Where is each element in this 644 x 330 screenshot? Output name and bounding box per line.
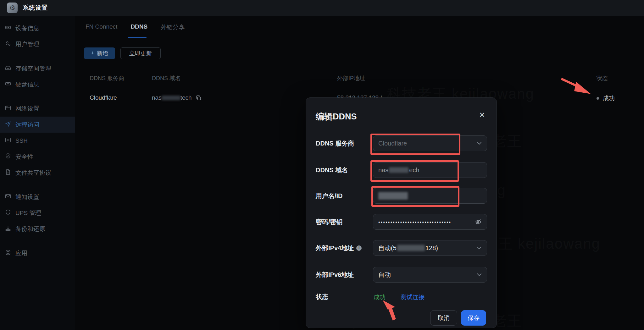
tab-fn-connect[interactable]: FN Connect	[86, 23, 117, 31]
password-label: 密码/密钥	[316, 214, 343, 230]
provider-value: Cloudflare	[378, 140, 407, 147]
ipv4-value-prefix: 自动(5	[378, 244, 397, 252]
dialog-status-label: 状态	[316, 289, 328, 305]
sidebar-item-network[interactable]: 网络设置	[0, 101, 75, 117]
tab-ddns[interactable]: DDNS	[130, 23, 147, 31]
ipv6-value: 自动	[378, 271, 391, 279]
shield-check-icon	[5, 153, 11, 161]
copy-icon[interactable]	[196, 95, 202, 101]
sidebar: 设备信息 用户管理 存储空间管理 硬盘信息 网络设置 远程访问 SSH 安全性	[0, 16, 75, 330]
domain-suffix: tech	[180, 94, 192, 101]
sidebar-item-label: 备份和还原	[15, 225, 45, 233]
username-input[interactable]	[373, 188, 487, 204]
sidebar-item-label: 通知设置	[15, 193, 39, 201]
sidebar-item-storage[interactable]: 存储空间管理	[0, 60, 75, 76]
sidebar-item-label: 设备信息	[15, 24, 39, 32]
provider-label: DDNS 服务商	[316, 135, 354, 151]
hard-disk-icon	[5, 80, 11, 89]
tab-external-share[interactable]: 外链分享	[161, 23, 185, 31]
username-label: 用户名/ID	[316, 188, 343, 204]
annotation-arrow-status	[381, 299, 398, 323]
sidebar-item-ssh[interactable]: SSH	[0, 133, 75, 149]
sidebar-item-label: 安全性	[15, 153, 33, 161]
app-title: 系统设置	[23, 4, 48, 12]
sidebar-item-file-sharing[interactable]: 文件共享协议	[0, 165, 75, 181]
redacted-domain-blob	[389, 167, 408, 173]
ipv6-label: 外部IPv6地址	[316, 267, 354, 283]
domain-value-prefix: nas	[378, 167, 388, 174]
sidebar-item-label: 应用	[15, 249, 27, 257]
sidebar-item-apps[interactable]: 应用	[0, 245, 75, 261]
cancel-button[interactable]: 取消	[430, 310, 457, 326]
sidebar-item-label: UPS 管理	[15, 209, 41, 217]
add-button[interactable]: + 新增	[84, 47, 115, 59]
dialog-status-value: 成功	[374, 293, 386, 301]
provider-select[interactable]: Cloudflare	[373, 135, 487, 151]
sidebar-item-ups[interactable]: UPS 管理	[0, 205, 75, 221]
shield-icon	[5, 209, 11, 217]
sidebar-item-label: 用户管理	[15, 40, 39, 48]
sidebar-item-label: 硬盘信息	[15, 80, 39, 89]
sidebar-item-remote-access[interactable]: 远程访问	[0, 117, 75, 133]
device-info-icon	[5, 24, 11, 32]
ipv6-select[interactable]: 自动	[373, 267, 487, 283]
domain-value-suffix: ech	[409, 167, 419, 174]
sidebar-item-label: 存储空间管理	[15, 64, 51, 73]
update-now-button[interactable]: 立即更新	[120, 47, 161, 59]
sidebar-item-label: 网络设置	[15, 105, 39, 113]
ssh-terminal-icon	[5, 137, 11, 145]
column-header-status: 状态	[597, 74, 608, 82]
table-row-domain: nas tech	[152, 94, 202, 101]
redacted-domain-blob	[162, 96, 180, 100]
add-button-label: 新增	[97, 50, 108, 57]
domain-label: DDNS 域名	[316, 162, 348, 178]
download-restore-icon	[5, 225, 11, 233]
plus-icon: +	[91, 50, 94, 57]
sidebar-item-label: SSH	[15, 137, 28, 144]
sidebar-item-backup[interactable]: 备份和还原	[0, 221, 75, 237]
ipv4-value-suffix: 128)	[425, 245, 438, 252]
redacted-username-blob	[378, 192, 408, 200]
top-bar: ⚙ 系统设置	[0, 0, 644, 16]
close-icon[interactable]: ×	[476, 109, 488, 120]
table-row-provider: Cloudflare	[90, 94, 117, 101]
status-text: 成功	[603, 94, 615, 102]
envelope-icon	[5, 193, 11, 201]
network-icon	[5, 105, 11, 113]
settings-gear-icon: ⚙	[7, 3, 18, 13]
status-dot	[597, 97, 599, 100]
sidebar-item-disk-info[interactable]: 硬盘信息	[0, 76, 75, 92]
tab-bar: FN Connect DDNS 外链分享	[86, 23, 185, 31]
sidebar-item-security[interactable]: 安全性	[0, 149, 75, 165]
ipv4-label-text: 外部IPv4地址	[316, 244, 354, 252]
column-header-provider: DDNS 服务商	[90, 74, 124, 82]
domain-input[interactable]: nas ech	[373, 162, 487, 178]
document-icon	[5, 169, 11, 177]
tab-divider	[75, 39, 644, 39]
chevron-down-icon	[477, 273, 482, 276]
sidebar-item-label: 文件共享协议	[15, 169, 51, 177]
sidebar-item-notifications[interactable]: 通知设置	[0, 189, 75, 205]
save-button[interactable]: 保存	[461, 310, 486, 326]
eye-slash-icon[interactable]	[475, 218, 482, 225]
redacted-ip-blob	[397, 245, 425, 251]
chevron-down-icon	[477, 142, 482, 145]
paper-plane-icon	[5, 121, 11, 129]
sidebar-item-label: 远程访问	[15, 121, 39, 129]
domain-prefix: nas	[152, 94, 162, 101]
column-header-domain: DDNS 域名	[152, 74, 181, 82]
ipv4-select[interactable]: 自动(5 128)	[373, 240, 487, 256]
column-header-external-ip: 外部IP地址	[337, 74, 365, 82]
sidebar-item-user-management[interactable]: 用户管理	[0, 36, 75, 52]
info-icon[interactable]: i	[356, 245, 362, 251]
table-header-divider	[84, 85, 638, 85]
users-icon	[5, 40, 11, 48]
table-row-status: 成功	[597, 94, 615, 102]
test-connection-link[interactable]: 测试连接	[401, 293, 425, 301]
sidebar-item-device-info[interactable]: 设备信息	[0, 20, 75, 36]
chevron-down-icon	[477, 246, 482, 250]
password-input[interactable]: ••••••••••••••••••••••••••••••	[373, 214, 487, 230]
screen: ⚙ 系统设置 设备信息 用户管理 存储空间管理 硬盘信息 网络设置 远程访问	[0, 0, 644, 330]
password-dots: ••••••••••••••••••••••••••••••	[378, 219, 470, 225]
storage-icon	[5, 64, 11, 73]
